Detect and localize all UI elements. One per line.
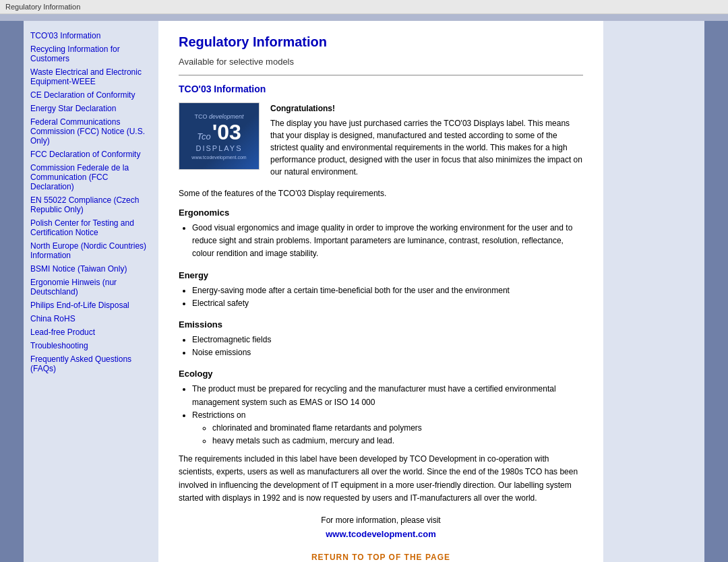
- sidebar-link[interactable]: Lead-free Product: [30, 327, 152, 337]
- list-item: The product must be prepared for recycli…: [192, 383, 583, 408]
- sidebar-link[interactable]: Ergonomie Hinweis (nur Deutschland): [30, 278, 152, 296]
- sidebar-link[interactable]: Philips End-of-Life Disposal: [30, 301, 152, 310]
- sidebar-link[interactable]: CE Declaration of Conformity: [30, 90, 152, 100]
- ecology-title: Ecology: [179, 369, 583, 379]
- right-panel: [603, 21, 704, 562]
- return-to-top-link[interactable]: RETURN TO TOP OF THE PAGE: [179, 553, 583, 562]
- page-title: Regulatory Information: [179, 34, 583, 50]
- right-strip: [704, 21, 728, 562]
- tco-website-link[interactable]: www.tcodevelopment.com: [179, 529, 583, 539]
- sidebar-link[interactable]: Frequently Asked Questions (FAQs): [30, 354, 152, 373]
- ecology-sub-list: chlorinated and brominated flame retarda…: [212, 422, 583, 447]
- emissions-title: Emissions: [179, 319, 583, 330]
- sidebar-link[interactable]: Polish Center for Testing and Certificat…: [30, 218, 152, 237]
- tco-congrats-label: Congratulations!: [270, 102, 583, 115]
- tco-logo-number: '03: [212, 121, 241, 143]
- list-item: Electrical safety: [192, 297, 583, 310]
- sidebar-link[interactable]: Recycling Information for Customers: [30, 44, 152, 63]
- divider: [179, 75, 583, 75]
- sidebar-link[interactable]: Energy Star Declaration: [30, 104, 152, 113]
- list-item: chlorinated and brominated flame retarda…: [212, 422, 583, 435]
- some-features-text: Some of the features of the TCO'03 Displ…: [179, 189, 583, 198]
- ergonomics-title: Ergonomics: [179, 208, 583, 218]
- list-item: Good visual ergonomics and image quality…: [192, 222, 583, 261]
- sidebar-link[interactable]: Waste Electrical and Electronic Equipmen…: [30, 67, 152, 86]
- section1-heading: TCO'03 Information: [179, 84, 583, 94]
- tco-congrats-text: The display you have just purchased carr…: [270, 119, 582, 177]
- sidebar-link[interactable]: EN 55022 Compliance (Czech Republic Only…: [30, 195, 152, 214]
- sidebar-link[interactable]: TCO'03 Information: [30, 31, 152, 40]
- sidebar: TCO'03 InformationRecycling Information …: [24, 21, 158, 562]
- sidebar-link[interactable]: Commission Federale de la Communication …: [30, 163, 152, 191]
- sidebar-link[interactable]: FCC Declaration of Conformity: [30, 150, 152, 159]
- long-paragraph: The requirements included in this label …: [179, 453, 583, 505]
- emissions-list: Electromagnetic fieldsNoise emissions: [192, 334, 583, 359]
- browser-title-bar: Regulatory Information: [0, 0, 728, 14]
- energy-list: Energy-saving mode after a certain time-…: [192, 284, 583, 310]
- ecology-list: The product must be prepared for recycli…: [192, 383, 583, 447]
- tco-box: TCO development Tco '03 DISPLAYS www.tco…: [179, 102, 583, 178]
- subtitle: Available for selective models: [179, 57, 583, 67]
- sidebar-link[interactable]: Troubleshooting: [30, 341, 152, 350]
- tco-logo-url: www.tcodevelopment.com: [191, 155, 246, 160]
- sidebar-link[interactable]: BSMI Notice (Taiwan Only): [30, 264, 152, 274]
- more-info-text: For more information, please visit: [179, 516, 583, 525]
- sidebar-link[interactable]: Federal Communications Commission (FCC) …: [30, 117, 152, 146]
- tco-description: Congratulations! The display you have ju…: [270, 102, 583, 178]
- energy-title: Energy: [179, 270, 583, 280]
- ergonomics-list: Good visual ergonomics and image quality…: [192, 222, 583, 261]
- list-item: Restrictions onchlorinated and brominate…: [192, 409, 583, 448]
- sidebar-link[interactable]: North Europe (Nordic Countries) Informat…: [30, 241, 152, 260]
- tco-logo-displays: DISPLAYS: [196, 144, 243, 152]
- list-item: heavy metals such as cadmium, mercury an…: [212, 435, 583, 447]
- list-item: Electromagnetic fields: [192, 334, 583, 346]
- tco-logo: TCO development Tco '03 DISPLAYS www.tco…: [179, 102, 260, 170]
- sidebar-link[interactable]: China RoHS: [30, 314, 152, 323]
- tco-logo-top: TCO development: [194, 113, 243, 120]
- list-item: Noise emissions: [192, 346, 583, 359]
- browser-title: Regulatory Information: [5, 3, 80, 11]
- main-content: Regulatory Information Available for sel…: [158, 21, 603, 562]
- list-item: Energy-saving mode after a certain time-…: [192, 284, 583, 297]
- left-strip: [0, 21, 24, 562]
